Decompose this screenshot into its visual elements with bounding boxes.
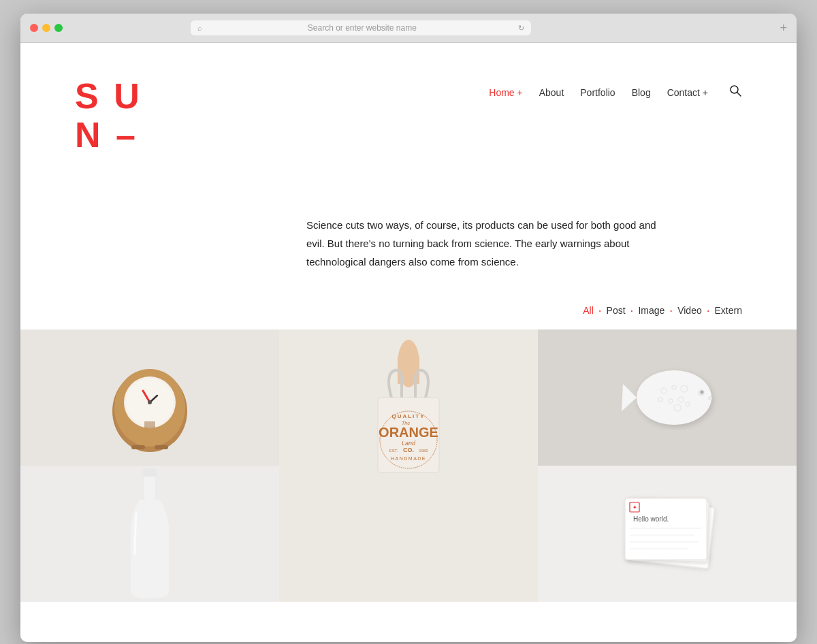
- svg-text:CO.: CO.: [403, 447, 414, 453]
- filter-dot-3: •: [670, 308, 672, 314]
- search-icon: ⌕: [197, 24, 202, 32]
- minimize-button[interactable]: [42, 24, 50, 32]
- nav-blog[interactable]: Blog: [632, 87, 651, 98]
- site-nav: Home + About Portfolio Blog Contact +: [489, 77, 742, 101]
- svg-rect-37: [143, 468, 157, 477]
- grid-cell-tote[interactable]: QUALITY The ORANGE Land EST. CO. 1982 HA…: [279, 329, 538, 602]
- filter-dot-2: •: [631, 308, 633, 314]
- svg-point-34: [701, 391, 704, 394]
- portfolio-grid: QUALITY The ORANGE Land EST. CO. 1982 HA…: [20, 329, 797, 602]
- svg-rect-11: [144, 421, 155, 428]
- svg-text:HANDMADE: HANDMADE: [391, 456, 426, 461]
- browser-window: ⌕ Search or enter website name ↻ + S U N…: [20, 14, 797, 642]
- browser-chrome: ⌕ Search or enter website name ↻ +: [20, 14, 797, 43]
- filter-image[interactable]: Image: [638, 305, 664, 316]
- filter-post[interactable]: Post: [607, 305, 626, 316]
- clock-item: [106, 360, 194, 449]
- svg-text:Hello world.: Hello world.: [633, 515, 669, 523]
- fish-container: [609, 329, 725, 466]
- svg-point-35: [708, 396, 712, 400]
- logo-line2: N –: [75, 116, 142, 155]
- filter-dot-4: •: [707, 308, 709, 314]
- close-button[interactable]: [30, 24, 38, 32]
- paper-container: ✦ Hello world.: [592, 466, 742, 602]
- svg-text:✦: ✦: [632, 504, 637, 511]
- site-logo: S U N –: [75, 77, 142, 155]
- logo-line1: S U: [75, 77, 142, 116]
- address-text: Search or enter website name: [206, 23, 518, 33]
- svg-point-8: [148, 400, 152, 404]
- svg-text:QUALITY: QUALITY: [391, 413, 425, 419]
- grid-cell-bottle[interactable]: [20, 466, 279, 602]
- nav-search-icon[interactable]: [728, 84, 742, 101]
- grid-cell-papers[interactable]: ✦ Hello world.: [538, 466, 797, 602]
- svg-rect-40: [625, 498, 707, 560]
- svg-point-24: [637, 370, 711, 425]
- tote-container: QUALITY The ORANGE Land EST. CO. 1982 HA…: [340, 329, 477, 602]
- grid-cell-clock[interactable]: [20, 329, 279, 466]
- svg-text:1982: 1982: [419, 449, 428, 453]
- nav-portfolio[interactable]: Portfolio: [580, 87, 615, 98]
- site-header: S U N – Home + About Portfolio Blog Cont…: [20, 43, 797, 175]
- new-tab-button[interactable]: +: [780, 22, 787, 34]
- nav-about[interactable]: About: [539, 87, 564, 98]
- filter-dot-1: •: [599, 308, 601, 314]
- filter-bar: All • Post • Image • Video • Extern: [20, 291, 797, 329]
- svg-rect-10: [155, 445, 168, 449]
- maximize-button[interactable]: [54, 24, 63, 32]
- svg-text:Land: Land: [402, 440, 416, 447]
- svg-text:EST.: EST.: [389, 449, 398, 453]
- filter-extern[interactable]: Extern: [715, 305, 742, 316]
- hero-section: Science cuts two ways, of course, its pr…: [20, 175, 797, 291]
- bottle-container: [116, 466, 184, 602]
- filter-video[interactable]: Video: [677, 305, 702, 316]
- address-bar[interactable]: ⌕ Search or enter website name ↻: [191, 20, 531, 35]
- website-content: S U N – Home + About Portfolio Blog Cont…: [20, 43, 797, 642]
- svg-line-1: [737, 93, 741, 97]
- nav-home[interactable]: Home +: [489, 87, 522, 98]
- svg-rect-9: [131, 445, 145, 449]
- filter-all[interactable]: All: [583, 305, 594, 316]
- traffic-lights: [30, 24, 63, 32]
- hero-text: Science cuts two ways, of course, its pr…: [306, 216, 660, 271]
- svg-text:ORANGE: ORANGE: [379, 425, 438, 440]
- grid-cell-fish[interactable]: [538, 329, 797, 466]
- nav-contact[interactable]: Contact +: [667, 87, 708, 98]
- refresh-icon[interactable]: ↻: [518, 24, 524, 33]
